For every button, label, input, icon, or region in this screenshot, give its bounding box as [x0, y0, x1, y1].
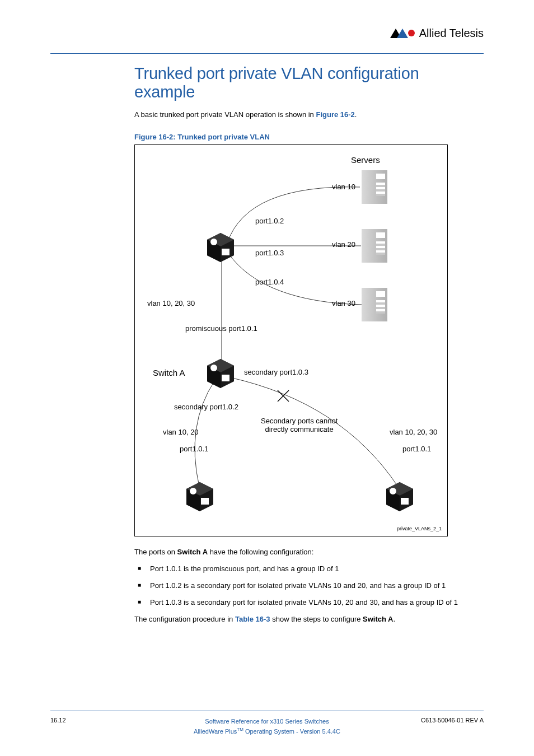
p2-after: . [393, 615, 395, 623]
note-label: Secondary ports cannot directly communic… [261, 417, 338, 433]
config-intro: The ports on Switch A have the following… [134, 547, 484, 558]
header-rule [50, 53, 484, 54]
page-footer: 16.12 Software Reference for x310 Series… [50, 711, 484, 736]
config-bullets: Port 1.0.1 is the promiscuous port, and … [138, 563, 484, 608]
bottom-right-switch-icon [384, 481, 415, 512]
port104-label: port1.0.4 [255, 278, 284, 286]
p1-before: The ports on [134, 548, 177, 556]
svg-rect-19 [201, 498, 209, 505]
secondary103-label: secondary port1.0.3 [244, 368, 308, 376]
vlan20-label: vlan 20 [332, 240, 355, 249]
figure-caption: Figure 16-2: Trunked port private VLAN [134, 133, 484, 141]
server-2-icon [362, 229, 387, 263]
vlan10-label: vlan 10 [332, 183, 355, 191]
figure-ref-link[interactable]: Figure 16-2 [316, 110, 354, 119]
footer-line2: AlliedWare PlusTM Operating System - Ver… [134, 726, 400, 736]
vlan30-label: vlan 30 [332, 299, 355, 307]
list-item: Port 1.0.3 is a secondary port for isola… [138, 597, 484, 608]
intro-text-before: A basic trunked port private VLAN operat… [134, 110, 316, 119]
figure-box: Servers vlan 10 vlan 20 vlan 30 port1.0.… [134, 144, 448, 536]
switch-a-label: Switch A [153, 368, 185, 377]
footer-center: Software Reference for x310 Series Switc… [134, 717, 400, 736]
page-title: Trunked port private VLAN configuration … [134, 64, 484, 101]
figure-credit: private_VLANs_2_1 [397, 526, 442, 531]
port101-left-label: port1.0.1 [180, 445, 208, 453]
p2-bold: Switch A [363, 615, 393, 623]
main-content: Trunked port private VLAN configuration … [134, 64, 484, 625]
figure-lines-icon [135, 145, 448, 537]
list-item: Port 1.0.1 is the promiscuous port, and … [138, 563, 484, 575]
footer-rev: C613-50046-01 REV A [400, 717, 484, 724]
server-3-icon [362, 288, 387, 321]
list-item: Port 1.0.2 is a secondary port for isola… [138, 580, 484, 591]
footer-tm: TM [237, 727, 243, 732]
config-outro: The configuration procedure in Table 16-… [134, 614, 484, 625]
p1-bold: Switch A [177, 548, 208, 556]
vlan102030-left-label: vlan 10, 20, 30 [147, 299, 195, 307]
port103-label: port1.0.3 [255, 249, 284, 257]
intro-paragraph: A basic trunked port private VLAN operat… [134, 109, 484, 120]
brand-logo: Allied Telesis [390, 27, 484, 40]
promiscuous-label: promiscuous port1.0.1 [185, 324, 257, 333]
port101-right-label: port1.0.1 [402, 445, 431, 453]
top-switch-icon [205, 232, 236, 263]
p2-mid: show the steps to configure [270, 615, 363, 623]
svg-point-8 [210, 239, 217, 245]
svg-rect-24 [401, 498, 409, 505]
logo-mark-icon [390, 29, 416, 39]
brand-text: Allied Telesis [419, 27, 484, 40]
footer-line1: Software Reference for x310 Series Switc… [134, 717, 400, 726]
intro-text-after: . [355, 110, 357, 119]
vlan102030-right-label: vlan 10, 20, 30 [390, 428, 437, 436]
footer-page-number: 16.12 [50, 717, 134, 724]
vlan1020-left-label: vlan 10, 20 [163, 428, 199, 436]
svg-rect-9 [222, 249, 229, 255]
svg-point-18 [190, 488, 196, 494]
footer-line2-b: Operating System - Version 5.4.4C [243, 728, 340, 735]
after-figure-text: The ports on Switch A have the following… [134, 547, 484, 626]
server-1-icon [362, 170, 387, 204]
p2-before: The configuration procedure in [134, 615, 235, 623]
svg-rect-14 [222, 375, 229, 381]
svg-point-13 [210, 365, 217, 371]
port102-label: port1.0.2 [255, 217, 284, 225]
svg-point-23 [390, 488, 396, 494]
svg-point-2 [408, 30, 415, 36]
footer-line2-a: AlliedWare Plus [194, 728, 237, 735]
servers-label: Servers [351, 155, 380, 165]
bottom-left-switch-icon [184, 481, 216, 512]
switch-a-icon [205, 358, 236, 389]
table-ref-link[interactable]: Table 16-3 [235, 615, 270, 623]
p1-after: have the following configuration: [208, 548, 313, 556]
secondary102-label: secondary port1.0.2 [174, 403, 238, 411]
